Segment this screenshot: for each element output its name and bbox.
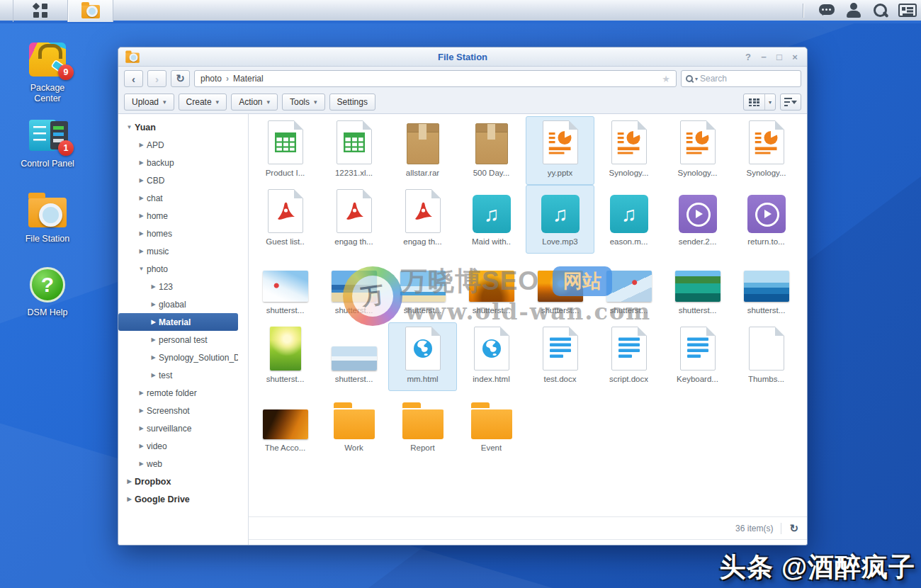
tree-arrow-icon[interactable] (136, 142, 147, 148)
file-item[interactable]: sender.2... (663, 185, 732, 254)
desktop-icon-help[interactable]: DSM Help (16, 266, 79, 318)
sidebar-item[interactable]: CBD (118, 171, 238, 189)
sidebar-item[interactable]: personal test (118, 331, 238, 349)
tree-arrow-icon[interactable] (136, 159, 147, 166)
file-item[interactable]: Keyboard... (663, 322, 732, 391)
taskbar-icon-chat[interactable] (813, 0, 840, 22)
file-item[interactable]: 12231.xl... (320, 116, 388, 185)
file-item[interactable]: allstar.rar (388, 116, 457, 185)
forward-button[interactable]: › (147, 70, 166, 87)
tree-arrow-icon[interactable] (148, 301, 159, 307)
file-item[interactable]: Work (320, 391, 388, 460)
tree-arrow-icon[interactable] (148, 354, 159, 361)
file-item[interactable]: Maid with.. (457, 185, 526, 254)
view-mode-button[interactable]: ▾ (743, 94, 776, 111)
window-control-close[interactable]: × (789, 50, 801, 63)
toolbar-button[interactable]: Upload (124, 94, 174, 111)
file-item[interactable]: shutterst... (594, 254, 663, 322)
tree-arrow-icon[interactable] (136, 460, 147, 467)
toolbar-button[interactable]: Settings (329, 94, 375, 111)
file-item[interactable]: The Acco... (251, 391, 320, 460)
sidebar-item[interactable]: Screenshot (118, 402, 238, 419)
main-menu-button[interactable] (13, 0, 68, 22)
sidebar-item[interactable]: backup (118, 154, 238, 171)
tree-arrow-icon[interactable] (136, 195, 147, 201)
tree-arrow-icon[interactable] (136, 425, 147, 431)
sidebar-item[interactable]: home (118, 207, 238, 225)
search-icon[interactable] (686, 75, 693, 82)
sidebar-item[interactable]: test (118, 366, 238, 384)
taskbar-icon-search[interactable] (867, 0, 894, 22)
file-item[interactable]: Synology... (594, 116, 663, 185)
window-control-maximize[interactable]: □ (773, 50, 786, 63)
tree-arrow-icon[interactable] (136, 230, 147, 237)
file-item[interactable]: shutterst... (388, 254, 457, 322)
window-control-minimize[interactable]: − (757, 50, 770, 63)
file-item[interactable]: Thumbs... (732, 322, 801, 391)
breadcrumb-current[interactable]: Material (233, 74, 264, 84)
tree-arrow-icon[interactable] (124, 496, 135, 502)
back-button[interactable]: ‹ (124, 70, 143, 87)
tree-arrow-icon[interactable] (136, 248, 147, 254)
taskbar-icon-widgets[interactable] (894, 0, 921, 22)
desktop-icon-pkg[interactable]: 9 Package Center (16, 41, 79, 104)
refresh-button[interactable]: ↻ (171, 70, 190, 87)
status-refresh-icon[interactable]: ↻ (789, 522, 798, 535)
tree-arrow-icon[interactable] (148, 319, 159, 325)
tree-arrow-icon[interactable] (136, 443, 147, 449)
sidebar-item[interactable]: APD (118, 136, 238, 154)
tree-arrow-icon[interactable] (136, 266, 147, 272)
file-item[interactable]: shutterst... (320, 254, 388, 322)
view-mode-caret-icon[interactable]: ▾ (765, 99, 775, 106)
file-item[interactable]: Synology... (732, 116, 801, 185)
tree-arrow-icon[interactable] (136, 390, 147, 396)
tree-arrow-icon[interactable] (124, 478, 135, 485)
file-item[interactable]: script.docx (594, 322, 663, 391)
tree-arrow-icon[interactable] (148, 337, 159, 343)
sidebar-item[interactable]: video (118, 437, 238, 455)
file-item[interactable]: index.html (457, 322, 526, 391)
sidebar-item[interactable]: music (118, 242, 238, 260)
sort-button[interactable] (780, 94, 801, 111)
file-item[interactable]: test.docx (526, 322, 594, 391)
sidebar-item[interactable]: surveillance (118, 419, 238, 437)
window-titlebar[interactable]: File Station ?−□× (118, 47, 807, 67)
file-item[interactable]: yy.pptx (526, 116, 594, 185)
file-item[interactable]: Event (457, 391, 526, 460)
sidebar-item[interactable]: web (118, 455, 238, 473)
file-item[interactable]: Product I... (251, 116, 320, 185)
file-item[interactable]: shutterst... (526, 254, 594, 322)
search-input[interactable] (700, 74, 796, 84)
sidebar-item[interactable]: Material (118, 313, 238, 331)
file-item[interactable]: Report (388, 391, 457, 460)
file-item[interactable]: shutterst... (457, 254, 526, 322)
file-station-task-button[interactable] (68, 0, 113, 22)
sidebar-item[interactable]: Yuan (118, 118, 238, 136)
file-item[interactable]: return.to... (732, 185, 801, 254)
sidebar-item[interactable]: homes (118, 225, 238, 242)
file-item[interactable]: Synology... (663, 116, 732, 185)
tree-arrow-icon[interactable] (148, 372, 159, 378)
tree-arrow-icon[interactable] (136, 177, 147, 183)
file-item[interactable]: Love.mp3 (526, 185, 594, 254)
sidebar-item[interactable]: Dropbox (118, 473, 238, 490)
sidebar-item[interactable]: Google Drive (118, 490, 238, 508)
tree-arrow-icon[interactable] (124, 124, 135, 130)
favorite-star-icon[interactable]: ★ (662, 74, 670, 84)
file-item[interactable]: shutterst... (251, 254, 320, 322)
sidebar-item[interactable]: chat (118, 189, 238, 207)
file-item[interactable]: shutterst... (251, 322, 320, 391)
search-options-caret-icon[interactable]: ▾ (695, 76, 698, 82)
sidebar-item[interactable]: photo (118, 260, 238, 278)
file-item[interactable]: shutterst... (732, 254, 801, 322)
desktop-icon-fstation[interactable]: File Station (16, 192, 79, 244)
file-item[interactable]: engag th... (320, 185, 388, 254)
toolbar-button[interactable]: Action (231, 94, 278, 111)
window-control-help[interactable]: ? (742, 50, 755, 63)
tree-arrow-icon[interactable] (148, 283, 159, 290)
breadcrumb-root[interactable]: photo (200, 74, 222, 84)
tree-arrow-icon[interactable] (136, 213, 147, 219)
file-item[interactable]: shutterst... (320, 322, 388, 391)
sidebar-item[interactable]: 123 (118, 278, 238, 295)
file-item[interactable]: mm.html (388, 322, 457, 391)
